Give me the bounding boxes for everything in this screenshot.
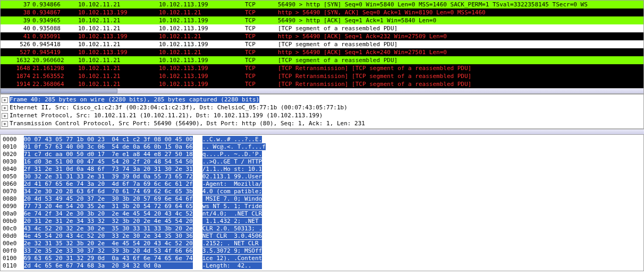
hex-row[interactable]: 00d0 4e 45 54 20 43 4c 52 20 33 2e 30 2e… xyxy=(3,232,641,240)
cell-src: 10.102.11.21 xyxy=(77,72,158,80)
packet-details-pane: +Frame 40: 285 bytes on wire (2280 bits)… xyxy=(0,94,644,129)
cell-info: http > 56490 [SYN, ACK] Seq=0 Ack=1 Win=… xyxy=(277,8,643,16)
packet-list-table[interactable]: 370.93486610.102.11.2110.102.113.199TCP5… xyxy=(1,1,643,88)
hex-row[interactable]: 0030 16 d0 3e 51 00 00 47 45 54 20 2f 20… xyxy=(3,158,641,166)
cell-no: 526 xyxy=(1,40,31,48)
detail-ethernet[interactable]: +Ethernet II, Src: Cisco_c1:c2:3f (00:23… xyxy=(1,104,643,111)
cell-src: 10.102.11.21 xyxy=(77,1,158,8)
hex-row[interactable]: 0060 2d 41 67 65 6e 74 3a 20 4d 6f 7a 69… xyxy=(3,180,641,188)
packet-row[interactable]: 164821.16129810.102.11.2110.102.113.199T… xyxy=(1,64,643,72)
cell-info: [TCP Retransmission] [TCP segment of a r… xyxy=(277,80,643,88)
hex-row[interactable]: 0110 2d 4c 65 6e 67 74 68 3a 20 34 32 0d… xyxy=(3,262,641,270)
cell-no: 527 xyxy=(1,48,31,56)
hex-row[interactable]: 0020 71 c7 dc aa 00 50 d0 17 7e e1 a8 44… xyxy=(3,151,641,158)
cell-time: 22.368064 xyxy=(31,80,77,88)
cell-src: 10.102.11.21 xyxy=(77,56,158,64)
packet-row[interactable]: 370.93486610.102.11.2110.102.113.199TCP5… xyxy=(1,1,643,8)
cell-src: 10.102.11.21 xyxy=(77,16,158,24)
details-hscroll[interactable] xyxy=(0,129,644,134)
cell-src: 10.102.11.21 xyxy=(77,40,158,48)
cell-time: 0.945419 xyxy=(31,48,77,56)
expander-icon[interactable]: + xyxy=(2,113,8,119)
cell-dst: 10.102.113.199 xyxy=(158,80,244,88)
cell-no: 38 xyxy=(1,8,31,16)
cell-no: 1648 xyxy=(1,64,31,72)
cell-time: 0.935091 xyxy=(31,32,77,40)
cell-src: 10.102.11.21 xyxy=(77,64,158,72)
detail-ip[interactable]: +Internet Protocol, Src: 10.102.11.21 (1… xyxy=(1,111,643,119)
expander-icon[interactable]: + xyxy=(2,121,8,127)
packet-row[interactable]: 380.93486710.102.113.19910.102.11.21TCPh… xyxy=(1,8,643,16)
expander-icon[interactable]: + xyxy=(2,105,8,111)
cell-dst: 10.102.113.199 xyxy=(158,1,244,8)
cell-src: 10.102.113.199 xyxy=(77,48,158,56)
hex-row[interactable]: 00c0 43 4c 52 20 32 2e 30 2e 35 30 33 31… xyxy=(3,225,641,232)
scroll-thumb[interactable] xyxy=(1,89,117,93)
cell-no: 1874 xyxy=(1,72,31,80)
cell-proto: TCP xyxy=(244,8,277,16)
packet-row[interactable]: 5260.94541810.102.11.2110.102.113.199TCP… xyxy=(1,40,643,48)
hex-row[interactable]: 00f0 33 2e 35 2e 33 30 37 32 39 3b 20 4d… xyxy=(3,247,641,255)
cell-dst: 10.102.11.21 xyxy=(158,8,244,16)
hex-row[interactable]: 00b0 20 31 2e 31 2e 34 33 32 32 3b 20 2e… xyxy=(3,218,641,225)
cell-src: 10.102.113.199 xyxy=(77,8,158,16)
cell-no: 40 xyxy=(1,24,31,32)
hex-row[interactable]: 0040 2f 31 2e 31 0d 0a 48 6f 73 74 3a 20… xyxy=(3,166,641,173)
hex-row[interactable]: 00a0 6e 74 2f 34 2e 30 3b 20 2e 4e 45 54… xyxy=(3,210,641,218)
hex-row[interactable]: 0000 00 07 43 05 77 1b 00 23 04 c1 c2 3f… xyxy=(3,136,641,143)
cell-no: 1632 xyxy=(1,56,31,64)
cell-proto: TCP xyxy=(244,64,277,72)
packet-list-hscroll[interactable] xyxy=(1,88,643,93)
cell-dst: 10.102.113.199 xyxy=(158,24,244,32)
hex-row[interactable]: 0090 77 73 20 4e 54 20 35 2e 31 3b 20 54… xyxy=(3,203,641,210)
cell-proto: TCP xyxy=(244,72,277,80)
packet-row[interactable]: 410.93509110.102.113.19910.102.11.21TCPh… xyxy=(1,32,643,40)
cell-proto: TCP xyxy=(244,1,277,8)
hex-row[interactable]: 00e0 2e 32 31 35 32 3b 20 2e 4e 45 54 20… xyxy=(3,240,641,247)
packet-list-pane: 370.93486610.102.11.2110.102.113.199TCP5… xyxy=(0,0,644,94)
packet-row[interactable]: 5270.94541910.102.113.19910.102.11.21TCP… xyxy=(1,48,643,56)
cell-src: 10.102.11.21 xyxy=(77,80,158,88)
cell-proto: TCP xyxy=(244,16,277,24)
detail-tcp[interactable]: +Transmission Control Protocol, Src Port… xyxy=(1,119,643,127)
cell-info: [TCP segment of a reassembled PDU] xyxy=(277,56,643,64)
cell-dst: 10.102.113.199 xyxy=(158,64,244,72)
cell-info: [TCP segment of a reassembled PDU] xyxy=(277,40,643,48)
cell-info: http > 56490 [ACK] Seq=1 Ack=232 Win=275… xyxy=(277,32,643,40)
hex-row[interactable]: 0010 01 0f 57 63 40 00 3c 06 54 de 0a 66… xyxy=(3,143,641,151)
cell-proto: TCP xyxy=(244,56,277,64)
cell-info: 56490 > http [ACK] Seq=1 Ack=1 Win=5840 … xyxy=(277,16,643,24)
cell-time: 21.161298 xyxy=(31,64,77,72)
expander-icon[interactable]: + xyxy=(2,97,8,103)
detail-frame[interactable]: +Frame 40: 285 bytes on wire (2280 bits)… xyxy=(1,96,643,104)
packet-row[interactable]: 163220.96060210.102.11.2110.102.113.199T… xyxy=(1,56,643,64)
cell-no: 37 xyxy=(1,1,31,8)
packet-row[interactable]: 191422.36806410.102.11.2110.102.113.199T… xyxy=(1,80,643,88)
cell-dst: 10.102.11.21 xyxy=(158,48,244,56)
cell-info: [TCP Retransmission] [TCP segment of a r… xyxy=(277,64,643,72)
hex-row[interactable]: 0080 20 4d 53 49 45 20 37 2e 30 3b 20 57… xyxy=(3,195,641,203)
packet-row[interactable]: 187421.56355210.102.11.2110.102.113.199T… xyxy=(1,72,643,80)
cell-time: 0.934867 xyxy=(31,8,77,16)
cell-proto: TCP xyxy=(244,80,277,88)
cell-info: 56490 > http [SYN] Seq=0 Win=5840 Len=0 … xyxy=(277,1,643,8)
hex-row[interactable]: 0100 69 63 65 20 31 32 29 0d 0a 43 6f 6e… xyxy=(3,255,641,262)
cell-no: 1914 xyxy=(1,80,31,88)
cell-info: [TCP segment of a reassembled PDU] xyxy=(277,24,643,32)
cell-proto: TCP xyxy=(244,24,277,32)
cell-info: http > 56490 [ACK] Seq=1 Ack=240 Win=275… xyxy=(277,48,643,56)
packet-row[interactable]: 390.93496510.102.11.2110.102.113.199TCP5… xyxy=(1,16,643,24)
hex-dump-pane[interactable]: 0000 00 07 43 05 77 1b 00 23 04 c1 c2 3f… xyxy=(0,134,644,271)
cell-time: 0.935088 xyxy=(31,24,77,32)
hex-row[interactable]: 0050 30 32 2e 31 31 33 2e 31 39 39 0d 0a… xyxy=(3,173,641,180)
packet-row[interactable]: 400.93508810.102.11.2110.102.113.199TCP[… xyxy=(1,24,643,32)
cell-proto: TCP xyxy=(244,32,277,40)
cell-no: 41 xyxy=(1,32,31,40)
cell-dst: 10.102.11.21 xyxy=(158,32,244,40)
cell-proto: TCP xyxy=(244,40,277,48)
cell-dst: 10.102.113.199 xyxy=(158,72,244,80)
cell-time: 0.934965 xyxy=(31,16,77,24)
cell-time: 0.945418 xyxy=(31,40,77,48)
hex-row[interactable]: 0070 34 2e 30 20 28 63 6f 6d 70 61 74 69… xyxy=(3,188,641,195)
cell-time: 20.960602 xyxy=(31,56,77,64)
